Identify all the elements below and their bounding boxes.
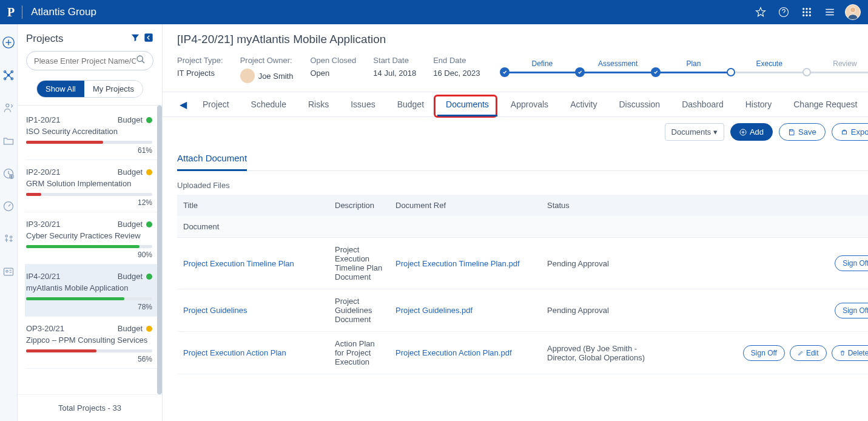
project-side-panel: Projects Show All My Projects IP1-20/21B… [18,24,163,421]
end-value: 16 Dec, 2023 [433,69,480,78]
tab-risks[interactable]: Risks [300,92,337,116]
tab-change-request[interactable]: Change Request [785,92,866,116]
type-value: IT Projects [177,69,223,78]
svg-point-3 [809,8,811,10]
rail-people-icon[interactable] [0,231,17,248]
stage-tracker: DefineAssessmentPlanExecuteReview [505,56,868,73]
svg-point-4 [802,12,804,13]
rail-user-icon[interactable] [0,99,17,116]
rail-card-icon[interactable] [0,263,17,280]
svg-rect-37 [144,33,152,41]
project-filter-toggle: Show All My Projects [36,80,143,98]
tab-approvals[interactable]: Approvals [502,92,557,116]
tab-schedule[interactable]: Schedule [243,92,295,116]
svg-point-5 [806,12,808,13]
rail-gauge-icon[interactable] [0,198,17,215]
search-icon[interactable] [136,55,146,67]
search-input[interactable] [34,56,136,66]
owner-label: Project Owner: [240,56,294,65]
rail-clock-icon[interactable]: $ [0,165,17,182]
table-header: Title Description Document Ref Status [177,195,868,216]
type-label: Project Type: [177,56,223,65]
doc-title[interactable]: Project Execution Timeline Plan [177,259,329,268]
stage-execute[interactable]: Execute [732,59,807,73]
filter-icon[interactable] [130,33,140,45]
project-list-item[interactable]: IP4-20/21Budget myAtlantis Mobile Applic… [25,264,161,317]
project-list[interactable]: IP1-20/21Budget ISO Security Accreditati… [18,105,162,394]
side-title: Projects [26,33,127,45]
row-action-sign-off[interactable]: Sign Off [835,255,868,271]
col-status: Status [541,201,662,210]
tab-project[interactable]: Project [194,92,238,116]
row-action-sign-off[interactable]: Sign Off [835,303,868,318]
tab-issues[interactable]: Issues [342,92,383,116]
status-label: Open Closed [310,56,356,65]
toggle-my-projects[interactable]: My Projects [84,81,143,97]
rail-folder-icon[interactable] [0,132,17,149]
svg-rect-44 [842,131,846,134]
svg-point-6 [809,12,811,13]
stage-plan[interactable]: Plan [656,59,732,73]
tab-history[interactable]: History [737,92,781,116]
start-value: 14 Jul, 2018 [373,69,416,78]
doc-ref[interactable]: Project Execution Action Plan.pdf [389,348,541,357]
project-search[interactable] [26,51,153,70]
svg-line-23 [8,72,12,75]
tab-budget[interactable]: Budget [389,92,432,116]
doc-ref[interactable]: Project Guidelines.pdf [389,306,541,315]
project-list-item[interactable]: IP1-20/21Budget ISO Security Accreditati… [25,108,161,160]
svg-text:$: $ [11,175,13,178]
stage-define[interactable]: Define [505,59,580,73]
project-list-item[interactable]: IP3-20/21Budget Cyber Security Practices… [25,212,161,264]
doc-ref[interactable]: Project Execution Timeline Plan.pdf [389,259,541,268]
end-label: End Date [433,56,480,65]
rail-add-icon[interactable] [0,34,17,51]
collapse-icon[interactable] [144,33,153,45]
uploaded-files-label: Uploaded Files [177,171,868,195]
owner-avatar [240,69,255,83]
doc-status: Approved (By Joe Smith - Director, Globa… [541,344,662,362]
table-row: Project Execution Timeline Plan Project … [177,238,868,289]
tab-dashboard[interactable]: Dashboard [673,92,732,116]
export-button[interactable]: Export [832,123,868,141]
add-button[interactable]: Add [730,123,773,141]
user-avatar[interactable] [845,4,861,20]
star-icon[interactable] [754,5,767,19]
tab-activity[interactable]: Activity [562,92,605,116]
col-ref: Document Ref [389,201,541,210]
save-button[interactable]: Save [779,123,826,141]
table-group: Document [177,216,868,238]
svg-rect-33 [4,268,13,275]
help-icon[interactable] [777,5,790,19]
svg-point-13 [850,7,855,13]
doc-title[interactable]: Project Guidelines [177,306,329,315]
doc-type-dropdown[interactable]: Documents ▾ [665,123,724,141]
stage-assessment[interactable]: Assessment [580,59,656,73]
svg-point-1 [802,8,804,10]
row-action-delete[interactable]: Delete [832,345,868,361]
svg-point-34 [6,271,8,272]
tab-discussion[interactable]: Discussion [610,92,668,116]
divider [22,5,22,19]
top-bar: P Atlantis Group [0,0,868,24]
project-list-item[interactable]: OP3-20/21Budget Zippco – PPM Consulting … [25,317,161,369]
toggle-show-all[interactable]: Show All [37,81,84,97]
project-list-item[interactable]: IP2-20/21Budget GRM Solution Implementat… [25,160,161,212]
owner-value: Joe Smith [258,72,294,81]
logo[interactable]: P [7,5,15,19]
doc-desc: Project Guidelines Document [329,297,389,324]
stage-review[interactable]: Review [807,59,868,73]
row-action-edit[interactable]: Edit [790,345,827,361]
doc-desc: Action Plan for Project Execution [329,339,389,366]
apps-icon[interactable] [800,5,813,19]
svg-point-9 [809,15,811,16]
rail-network-icon[interactable] [0,67,17,84]
section-attach-document[interactable]: Attach Document [177,147,247,171]
row-action-sign-off[interactable]: Sign Off [743,345,785,361]
tab-scroll-left-icon[interactable]: ◀ [177,99,189,110]
org-title: Atlantis Group [31,6,96,18]
svg-line-24 [5,75,8,79]
doc-title[interactable]: Project Execution Action Plan [177,348,329,357]
menu-icon[interactable] [823,5,836,19]
svg-line-25 [8,75,12,79]
